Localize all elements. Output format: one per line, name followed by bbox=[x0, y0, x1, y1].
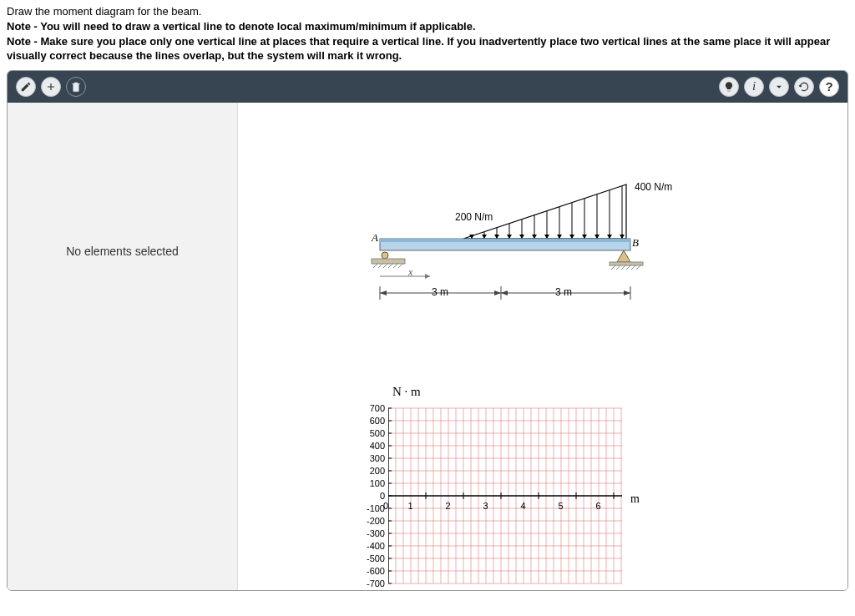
svg-marker-15 bbox=[482, 235, 487, 239]
hint-button[interactable] bbox=[719, 77, 739, 97]
pencil-icon bbox=[20, 81, 32, 93]
info-icon: i bbox=[752, 79, 756, 93]
svg-marker-25 bbox=[607, 235, 612, 239]
instruction-text: Draw the moment diagram for the beam. bbox=[0, 0, 855, 19]
note-line-2: Note - Make sure you place only one vert… bbox=[7, 34, 848, 63]
svg-marker-21 bbox=[557, 235, 562, 239]
toolbar: i ? bbox=[8, 71, 847, 103]
y-axis-ticks: 700600 500400 300200 1000 -100-200 -300-… bbox=[357, 402, 385, 590]
note-line-1: Note - You will need to draw a vertical … bbox=[7, 19, 848, 34]
draw-tool-button[interactable] bbox=[16, 77, 36, 97]
svg-marker-17 bbox=[507, 235, 512, 239]
beam-figure: 200 N/m 400 N/m A B x 3 m 3 m bbox=[363, 176, 731, 318]
svg-marker-26 bbox=[620, 235, 625, 239]
undo-arc-icon bbox=[798, 81, 810, 93]
svg-marker-23 bbox=[582, 235, 587, 239]
canvas-area[interactable]: 200 N/m 400 N/m A B x 3 m 3 m N · m 7006… bbox=[238, 103, 847, 590]
help-button[interactable]: ? bbox=[819, 77, 839, 97]
svg-rect-28 bbox=[380, 239, 630, 242]
chart-grid[interactable] bbox=[388, 402, 622, 590]
trash-icon bbox=[70, 81, 82, 93]
drawing-app-frame: i ? No elements selected bbox=[7, 70, 848, 591]
svg-marker-24 bbox=[594, 235, 600, 239]
workspace: No elements selected bbox=[8, 103, 847, 590]
svg-marker-16 bbox=[494, 235, 499, 239]
collapse-button[interactable] bbox=[769, 77, 789, 97]
reset-button[interactable] bbox=[794, 77, 814, 97]
support-a bbox=[372, 252, 405, 268]
question-icon: ? bbox=[825, 79, 832, 93]
support-b bbox=[610, 250, 643, 270]
svg-marker-54 bbox=[501, 290, 508, 295]
add-element-button[interactable] bbox=[41, 77, 61, 97]
svg-marker-52 bbox=[380, 290, 387, 295]
moment-chart[interactable]: N · m 700600 500400 300200 1000 -100-200… bbox=[363, 385, 839, 590]
support-b-label: B bbox=[632, 236, 639, 250]
selection-status: No elements selected bbox=[66, 245, 179, 258]
bulb-icon bbox=[723, 81, 735, 93]
svg-marker-22 bbox=[569, 235, 574, 239]
load-right-label: 400 N/m bbox=[635, 181, 672, 193]
beam-svg bbox=[363, 176, 731, 318]
selection-panel: No elements selected bbox=[8, 103, 238, 590]
x-axis-ticks: 0 1 2 3 4 5 6 bbox=[388, 501, 617, 511]
svg-marker-20 bbox=[544, 235, 549, 239]
load-left-label: 200 N/m bbox=[455, 211, 493, 223]
delete-element-button[interactable] bbox=[66, 77, 86, 97]
chart-y-unit: N · m bbox=[392, 385, 839, 399]
chevron-down-icon bbox=[773, 81, 785, 93]
svg-marker-46 bbox=[425, 274, 430, 279]
span1-label: 3 m bbox=[432, 286, 448, 298]
notes-block: Note - You will need to draw a vertical … bbox=[0, 19, 855, 70]
svg-point-29 bbox=[382, 252, 388, 259]
info-button[interactable]: i bbox=[744, 77, 764, 97]
chart-x-unit: m bbox=[630, 492, 640, 506]
svg-marker-19 bbox=[532, 235, 537, 239]
svg-marker-37 bbox=[617, 250, 630, 262]
x-axis-label: x bbox=[408, 266, 412, 279]
svg-marker-55 bbox=[624, 290, 630, 295]
svg-marker-18 bbox=[519, 235, 524, 239]
svg-marker-53 bbox=[494, 290, 501, 295]
span2-label: 3 m bbox=[555, 286, 572, 298]
support-a-label: A bbox=[372, 231, 378, 245]
plus-icon bbox=[45, 81, 57, 93]
